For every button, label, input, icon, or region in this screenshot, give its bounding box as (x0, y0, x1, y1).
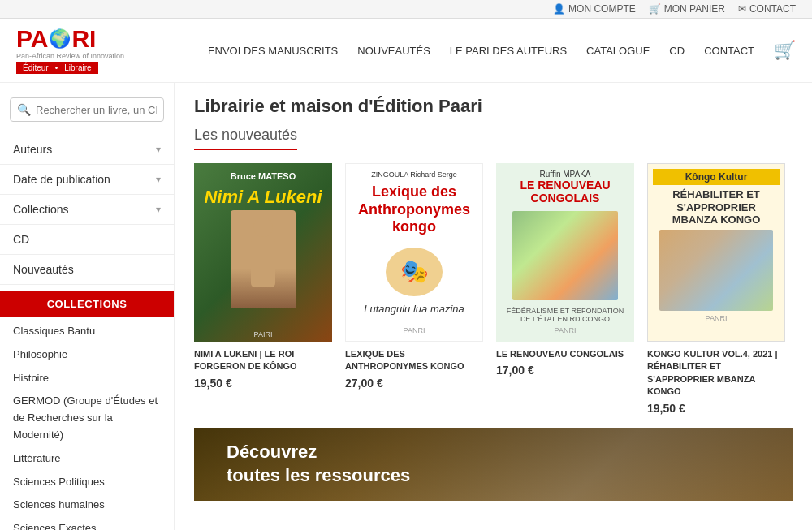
book-card-4[interactable]: Kôngo Kultur RÉHABILITER ET S'APPROPRIER… (647, 163, 785, 415)
sidebar-link-litterature[interactable]: Littérature (0, 447, 174, 471)
main-nav: ENVOI DES MANUSCRITS NOUVEAUTÉS LE PARI … (208, 40, 796, 61)
book4-full-title: KONGO KULTUR VOL.4, 2021 | RÉHABILITER E… (647, 348, 785, 399)
page-title: Librairie et maison d'Édition Paari (194, 96, 793, 117)
banner-text: Découvrez toutes les ressources (227, 441, 410, 487)
nav-nouveautes[interactable]: NOUVEAUTÉS (357, 45, 430, 57)
search-input[interactable] (36, 104, 157, 116)
filter-nouveautes-label: Nouveautés (13, 263, 74, 276)
book1-price: 19,50 € (194, 377, 332, 390)
book1-figure (231, 210, 296, 308)
account-link[interactable]: 👤 MON COMPTE (553, 3, 636, 15)
section-title: Les nouveautés (194, 127, 297, 150)
nav-pari-auteurs[interactable]: LE PARI DES AUTEURS (450, 45, 567, 57)
search-box[interactable]: 🔍 (10, 97, 164, 122)
book4-series: Kôngo Kultur (653, 169, 780, 185)
cart-link[interactable]: 🛒 MON PANIER (649, 3, 725, 15)
banner-line2: toutes les ressources (227, 464, 410, 488)
sidebar-link-classiques-bantu[interactable]: Classiques Bantu (0, 320, 174, 343)
book3-map (512, 211, 619, 300)
sidebar-link-sciences-humaines[interactable]: Sciences humaines (0, 493, 174, 517)
logo-text: PA 🌍 RI (16, 27, 96, 51)
book-cover-4: Kôngo Kultur RÉHABILITER ET S'APPROPRIER… (647, 163, 785, 342)
sidebar-link-germod[interactable]: GERMOD (Groupe d'Études et de Recherches… (0, 390, 174, 446)
book4-price: 19,50 € (647, 402, 785, 415)
book3-subtitle: FÉDÉRALISME ET REFONDATION DE L'ÉTAT EN … (503, 307, 628, 323)
search-icon: 🔍 (17, 103, 31, 116)
book3-author: Ruffin MPAKA (540, 170, 591, 179)
nav-manuscrits[interactable]: ENVOI DES MANUSCRITS (208, 45, 338, 57)
logo[interactable]: PA 🌍 RI Pan-African Review of Innovation… (16, 27, 124, 74)
filter-cd-label: CD (13, 233, 29, 246)
nav-catalogue[interactable]: CATALOGUE (586, 45, 650, 57)
filter-collections[interactable]: Collections ▾ (0, 195, 174, 225)
book3-publisher: PANRI (555, 326, 577, 334)
book2-full-title: LEXIQUE DES ANTHROPONYMES KONGO (345, 348, 483, 373)
filter-date-label: Date de publication (13, 173, 110, 186)
filter-nouveautes[interactable]: Nouveautés (0, 255, 174, 285)
contact-label: CONTACT (749, 3, 796, 15)
sidebar: 🔍 Auteurs ▾ Date de publication ▾ Collec… (0, 83, 175, 530)
book2-title: Lexique des Anthroponymes kongo (352, 183, 476, 236)
book-cover-3: Ruffin MPAKA LE RENOUVEAU CONGOLAIS FÉDÉ… (496, 163, 634, 342)
book2-subtitle: Lutangulu lua mazina (364, 303, 464, 315)
top-bar: 👤 MON COMPTE 🛒 MON PANIER ✉ CONTACT (0, 0, 812, 19)
sidebar-link-sciences-exactes[interactable]: Sciences Exactes (0, 517, 174, 530)
content-wrapper: 🔍 Auteurs ▾ Date de publication ▾ Collec… (0, 83, 812, 530)
nav-contact[interactable]: CONTACT (704, 45, 754, 57)
contact-link-top[interactable]: ✉ CONTACT (738, 3, 796, 15)
account-icon: 👤 (553, 3, 565, 15)
book1-publisher: PAIRI (254, 330, 273, 338)
chevron-down-icon: ▾ (156, 174, 161, 185)
chevron-down-icon: ▾ (156, 144, 161, 155)
cart-label: MON PANIER (664, 3, 725, 15)
nav-cd[interactable]: CD (669, 45, 685, 57)
book4-map (659, 230, 773, 311)
filter-date[interactable]: Date de publication ▾ (0, 165, 174, 195)
book3-title: LE RENOUVEAU CONGOLAIS (503, 179, 628, 205)
main-content: Librairie et maison d'Édition Paari Les … (175, 83, 812, 530)
book-cover-1: Bruce MATESO Nimi A Lukeni PAIRI (194, 163, 332, 342)
book3-full-title: LE RENOUVEAU CONGOLAIS (496, 348, 634, 360)
banner-line1: Découvrez (227, 441, 410, 464)
logo-subtitle2: Libraire (64, 63, 91, 72)
sidebar-link-philosophie[interactable]: Philosophie (0, 343, 174, 367)
book-card-1[interactable]: Bruce MATESO Nimi A Lukeni PAIRI NIMI A … (194, 163, 332, 415)
header: PA 🌍 RI Pan-African Review of Innovation… (0, 19, 812, 83)
filter-auteurs-label: Auteurs (13, 143, 52, 156)
books-grid: Bruce MATESO Nimi A Lukeni PAIRI NIMI A … (194, 163, 793, 415)
book2-price: 27,00 € (345, 377, 483, 390)
collections-section-btn[interactable]: COLLECTIONS (0, 291, 174, 317)
logo-subtitle: Éditeur • Libraire (16, 62, 98, 74)
book4-title: RÉHABILITER ET S'APPROPRIER MBANZA KONGO (653, 188, 780, 226)
book1-title: Nimi A Lukeni (204, 187, 322, 207)
account-label: MON COMPTE (568, 3, 636, 15)
chevron-down-icon: ▾ (156, 204, 161, 215)
cart-icon-top: 🛒 (649, 3, 661, 15)
sidebar-link-sciences-politiques[interactable]: Sciences Politiques (0, 471, 174, 494)
book-cover-2: ZINGOULA Richard Serge Lexique des Anthr… (345, 163, 483, 342)
book2-author: ZINGOULA Richard Serge (371, 170, 457, 179)
book2-publisher: PANRI (404, 326, 425, 334)
filter-auteurs[interactable]: Auteurs ▾ (0, 135, 174, 165)
filter-cd[interactable]: CD (0, 225, 174, 255)
book-card-2[interactable]: ZINGOULA Richard Serge Lexique des Anthr… (345, 163, 483, 415)
envelope-icon: ✉ (738, 3, 746, 15)
book1-full-title: NIMI A LUKENI | LE ROI FORGERON DE KÔNGO (194, 348, 332, 373)
book4-publisher: PANRI (706, 314, 728, 322)
sidebar-link-histoire[interactable]: Histoire (0, 367, 174, 390)
logo-tagline: Pan-African Review of Innovation (16, 52, 124, 60)
logo-subtitle1: Éditeur (23, 63, 49, 72)
book2-figure: 🎭 (386, 248, 443, 296)
book1-author: Bruce MATESO (231, 171, 296, 181)
filter-collections-label: Collections (13, 203, 68, 216)
book3-price: 17,00 € (496, 364, 634, 377)
book-card-3[interactable]: Ruffin MPAKA LE RENOUVEAU CONGOLAIS FÉDÉ… (496, 163, 634, 415)
cart-button[interactable]: 🛒 (774, 40, 796, 61)
discover-banner[interactable]: Découvrez toutes les ressources (194, 428, 793, 501)
